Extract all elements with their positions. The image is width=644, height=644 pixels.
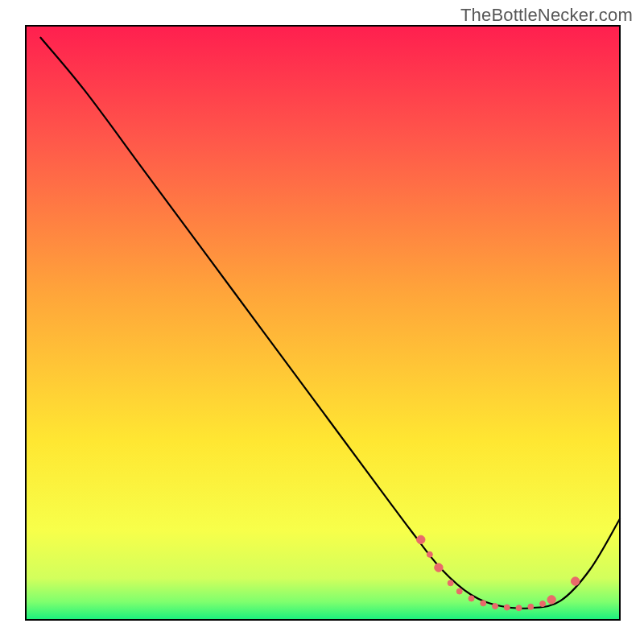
trough-marker bbox=[528, 604, 534, 609]
trough-marker bbox=[481, 601, 486, 606]
plot-background bbox=[26, 26, 620, 620]
trough-marker bbox=[448, 580, 453, 586]
chart-container: TheBottleNecker.com bbox=[0, 0, 644, 644]
trough-marker bbox=[469, 596, 474, 601]
trough-marker bbox=[504, 605, 510, 610]
trough-marker bbox=[540, 601, 546, 607]
trough-marker bbox=[435, 564, 443, 572]
trough-marker bbox=[493, 604, 498, 609]
trough-marker bbox=[516, 605, 522, 611]
trough-marker bbox=[571, 577, 579, 585]
attribution-text: TheBottleNecker.com bbox=[460, 5, 633, 26]
trough-marker bbox=[427, 551, 432, 557]
bottleneck-chart bbox=[0, 0, 644, 644]
trough-marker bbox=[547, 596, 555, 604]
trough-marker bbox=[456, 588, 462, 594]
trough-marker bbox=[417, 535, 425, 543]
